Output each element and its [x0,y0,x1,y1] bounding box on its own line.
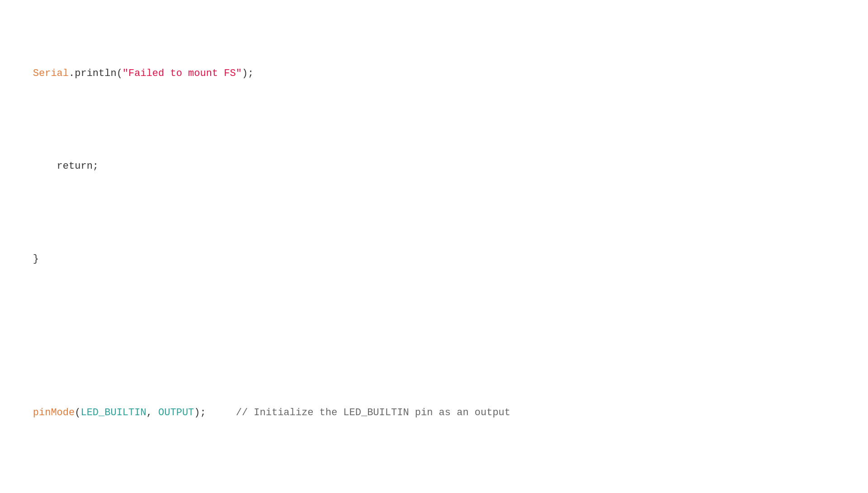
line-brace-close1: } [9,236,859,282]
line-serial-print: Serial.println("Failed to mount FS"); [9,51,859,97]
code-container: Serial.println("Failed to mount FS"); re… [9,5,859,493]
line-digitalwrite-low: digitalWrite(LED_BUILTIN, LOW); // Turn … [9,483,859,493]
line-return: return; [9,143,859,190]
line-pinmode: pinMode(LED_BUILTIN, OUTPUT); // Initial… [9,390,859,436]
line-blank1 [9,328,859,344]
